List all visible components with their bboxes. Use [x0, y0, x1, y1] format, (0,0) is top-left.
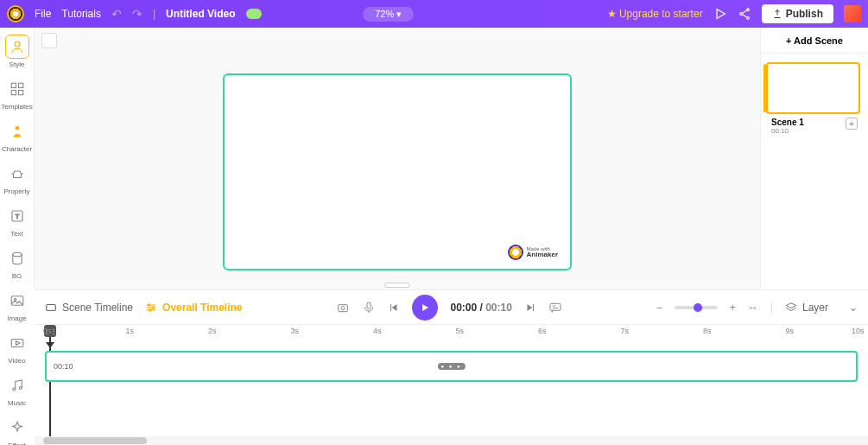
preview-icon[interactable] [713, 7, 727, 21]
svg-text:T: T [15, 213, 19, 220]
svg-rect-36 [550, 303, 561, 310]
sidebar-item-style[interactable]: Style [0, 33, 34, 70]
canvas[interactable]: Made with Animaker [223, 73, 572, 270]
svg-marker-18 [16, 341, 20, 346]
scrollbar-thumb[interactable] [43, 437, 147, 444]
zoom-pill[interactable]: 72% ▾ [363, 7, 414, 22]
svg-point-26 [152, 306, 154, 308]
sidebar-item-music[interactable]: Music [0, 372, 34, 409]
scene-item[interactable]: Scene 1 00:10 + [761, 54, 868, 143]
subtitle-icon[interactable] [548, 301, 562, 315]
save-status-icon [246, 9, 262, 19]
upgrade-link[interactable]: ★ Upgrade to starter [607, 8, 703, 20]
sidebar-item-image[interactable]: Image [0, 287, 34, 324]
svg-point-2 [739, 13, 742, 16]
svg-rect-10 [18, 91, 22, 95]
svg-marker-31 [392, 303, 397, 310]
svg-rect-7 [11, 83, 16, 87]
svg-point-14 [12, 252, 22, 257]
add-scene-button[interactable]: + Add Scene [761, 28, 868, 54]
svg-marker-34 [527, 303, 532, 310]
watermark: Made with Animaker [508, 245, 558, 260]
scene-duration: 00:10 [771, 127, 804, 135]
mic-icon[interactable] [362, 301, 376, 315]
panel-resize-handle[interactable] [384, 283, 410, 288]
video-icon [5, 331, 29, 355]
svg-marker-33 [423, 303, 429, 310]
svg-point-29 [341, 306, 345, 309]
left-sidebar: Style Templates Character Property T Tex… [0, 28, 35, 289]
user-avatar[interactable] [844, 5, 861, 22]
timeline-tracks[interactable]: 00:10 ● ● ● [35, 342, 868, 436]
character-icon [5, 119, 29, 143]
svg-point-27 [149, 308, 151, 310]
scene-add-button[interactable]: + [846, 118, 858, 130]
svg-rect-21 [47, 304, 56, 310]
svg-rect-9 [11, 91, 16, 95]
scene-thumbnail[interactable] [766, 62, 860, 114]
sidebar-item-text[interactable]: T Text [0, 202, 34, 239]
camera-icon[interactable] [336, 301, 350, 315]
bg-icon [5, 246, 29, 270]
templates-icon [5, 77, 29, 101]
svg-marker-0 [717, 10, 725, 19]
zoom-slider[interactable] [675, 306, 718, 309]
text-icon: T [5, 204, 29, 228]
property-icon [5, 162, 29, 186]
ruler-wrap: ⋮⋮ 0s 1s 2s 3s 4s 5s 6s 7s 8s 9s 10s [35, 325, 868, 342]
svg-rect-28 [339, 304, 348, 311]
clip-duration: 00:10 [54, 362, 73, 371]
frame-thumbnail[interactable] [41, 33, 57, 48]
menu-file[interactable]: File [35, 8, 51, 20]
svg-point-6 [15, 41, 20, 47]
timeline-section: Scene Timeline Overall Timeline 00:00 / … [35, 289, 868, 445]
top-bar: File Tutorials ↶ ↷ | Untitled Video 72% … [0, 0, 868, 28]
image-icon [5, 289, 29, 313]
clip-drag-handle[interactable]: ● ● ● [437, 363, 465, 370]
fit-icon[interactable]: ↔ [748, 302, 758, 314]
next-icon[interactable] [524, 302, 536, 314]
sidebar-item-property[interactable]: Property [0, 160, 34, 197]
svg-point-3 [746, 16, 749, 19]
horizontal-scrollbar[interactable] [35, 436, 868, 445]
overall-timeline-tab[interactable]: Overall Timeline [145, 302, 243, 314]
sidebar-item-character[interactable]: Character [0, 118, 34, 155]
undo-icon[interactable]: ↶ [111, 7, 122, 21]
timecode: 00:00 / 00:10 [450, 302, 511, 314]
divider: | [153, 8, 155, 20]
timeline-ruler[interactable]: 0s 1s 2s 3s 4s 5s 6s 7s 8s 9s 10s [43, 325, 868, 342]
svg-marker-39 [786, 302, 796, 308]
timeline-header: Scene Timeline Overall Timeline 00:00 / … [35, 290, 868, 325]
play-button[interactable] [412, 295, 438, 321]
sidebar-item-templates[interactable]: Templates [0, 75, 34, 112]
svg-rect-8 [18, 83, 22, 87]
sidebar-item-effect[interactable]: Effect [0, 414, 34, 445]
scene-timeline-tab[interactable]: Scene Timeline [45, 302, 133, 314]
scene-panel: + Add Scene Scene 1 00:10 + [760, 28, 868, 289]
svg-rect-32 [390, 303, 391, 310]
svg-rect-30 [367, 302, 371, 308]
sidebar-item-bg[interactable]: BG [0, 245, 34, 282]
timeline-clip[interactable]: 00:10 ● ● ● [45, 351, 858, 382]
canvas-area: Made with Animaker [35, 28, 760, 289]
chevron-down-icon[interactable]: ⌄ [849, 302, 858, 314]
svg-rect-17 [11, 340, 23, 347]
publish-button[interactable]: Publish [762, 4, 833, 23]
layer-dropdown[interactable]: Layer [785, 302, 828, 314]
app-logo[interactable] [7, 5, 24, 22]
svg-rect-35 [533, 303, 534, 310]
svg-line-4 [742, 10, 746, 13]
menu-tutorials[interactable]: Tutorials [61, 8, 101, 20]
project-title[interactable]: Untitled Video [166, 8, 235, 20]
effect-icon [5, 416, 29, 440]
zoom-in-icon[interactable]: + [730, 302, 736, 314]
svg-point-1 [746, 9, 749, 11]
zoom-out-icon[interactable]: − [656, 302, 662, 314]
redo-icon[interactable]: ↷ [132, 7, 143, 21]
sidebar-item-video[interactable]: Video [0, 329, 34, 366]
prev-icon[interactable] [388, 302, 400, 314]
animaker-logo-icon [508, 245, 523, 260]
person-icon [5, 35, 29, 59]
svg-point-11 [15, 126, 19, 130]
share-icon[interactable] [738, 7, 751, 21]
